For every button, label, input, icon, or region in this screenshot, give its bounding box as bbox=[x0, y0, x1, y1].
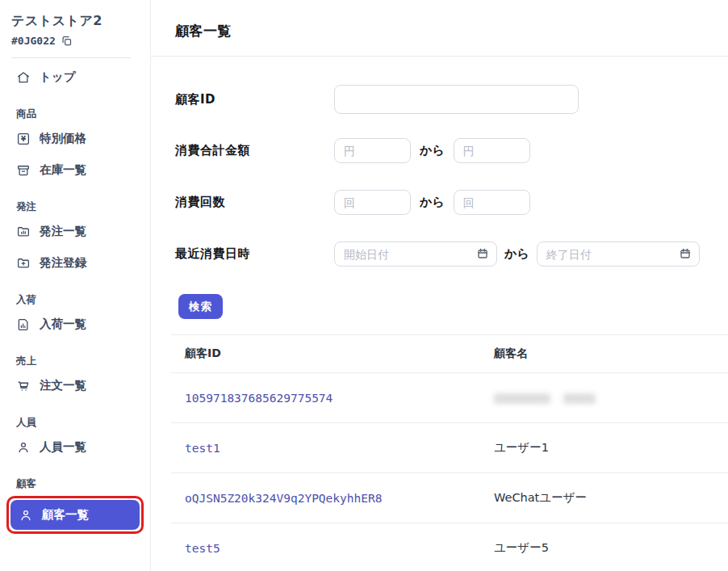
store-code: #0JG022 bbox=[11, 35, 56, 47]
main-content: 顧客一覧 顧客ID 消費合計金額 から 消費回数 から 最近消費日時 bbox=[151, 0, 728, 571]
redacted-name-blob bbox=[563, 393, 596, 404]
sidebar-item-arrival-list[interactable]: 入荷一覧 bbox=[11, 309, 139, 340]
search-button[interactable]: 検索 bbox=[178, 294, 223, 319]
store-code-row: #0JG022 bbox=[11, 35, 139, 47]
table-header-row: 顧客ID 顧客名 bbox=[171, 335, 728, 373]
customer-id-link[interactable]: test1 bbox=[185, 442, 220, 455]
purchase-count-from-input[interactable] bbox=[334, 190, 411, 215]
person-icon bbox=[19, 508, 33, 523]
customer-id-link[interactable]: 105971837685629775574 bbox=[185, 392, 333, 405]
sidebar-item-order-history[interactable]: 注文一覧 bbox=[11, 370, 139, 401]
redacted-name-blob bbox=[494, 393, 550, 404]
column-header-customer-id: 顧客ID bbox=[171, 346, 494, 361]
customer-id-label: 顧客ID bbox=[175, 92, 334, 107]
sidebar-section-staff: 人員 bbox=[11, 416, 139, 430]
sidebar-item-staff-list[interactable]: 人員一覧 bbox=[11, 431, 139, 463]
sidebar-section-sales: 売上 bbox=[11, 355, 139, 368]
document-chart-icon bbox=[16, 317, 31, 332]
table-row: test5 ユーザー5 bbox=[171, 523, 728, 571]
start-date-wrap bbox=[334, 241, 497, 267]
filter-row-recent-purchase: 最近消費日時 から bbox=[175, 241, 728, 267]
main-header: 顧客一覧 bbox=[151, 0, 728, 57]
copy-icon[interactable] bbox=[61, 35, 73, 47]
folder-chart-icon bbox=[16, 225, 31, 239]
customer-id-link[interactable]: test5 bbox=[185, 542, 220, 555]
annotation-highlight: 顧客一覧 bbox=[6, 496, 144, 534]
store-name: テストストア2 bbox=[11, 13, 139, 30]
table-row: test1 ユーザー1 bbox=[171, 423, 728, 473]
folder-plus-icon bbox=[16, 256, 31, 271]
table-row: oQJSN5Z20k324V9q2YPQekyhhER8 WeChatユーザー bbox=[171, 473, 728, 523]
customer-name-cell: ユーザー1 bbox=[494, 440, 728, 456]
total-spend-from-input[interactable] bbox=[334, 138, 411, 163]
store-header: テストストア2 #0JG022 bbox=[11, 13, 139, 47]
sidebar-item-label: 注文一覧 bbox=[40, 378, 86, 393]
filter-row-total-spend: 消費合計金額 から bbox=[175, 138, 728, 163]
column-header-customer-name: 顧客名 bbox=[494, 346, 728, 361]
sidebar-section-products: 商品 bbox=[11, 107, 139, 121]
sidebar-item-special-price[interactable]: ¥ 特別価格 bbox=[11, 123, 139, 154]
sidebar-section-arrival: 入荷 bbox=[11, 293, 139, 307]
sidebar-item-label: 発注一覧 bbox=[40, 224, 86, 239]
sidebar-item-order-register[interactable]: 発注登録 bbox=[11, 247, 139, 279]
customer-name-cell: WeChatユーザー bbox=[494, 490, 728, 506]
sidebar-item-label: 人員一覧 bbox=[40, 439, 86, 455]
svg-text:¥: ¥ bbox=[21, 135, 26, 143]
sidebar-item-label: 特別価格 bbox=[40, 131, 86, 146]
sidebar-item-label: トップ bbox=[40, 69, 76, 85]
sidebar-item-customer-list[interactable]: 顧客一覧 bbox=[10, 500, 140, 530]
sidebar-section-customers: 顧客 bbox=[11, 477, 139, 491]
end-date-input[interactable] bbox=[537, 241, 700, 267]
customer-name-cell: ユーザー5 bbox=[494, 540, 728, 556]
sidebar-item-label: 顧客一覧 bbox=[42, 507, 89, 523]
table-row: 105971837685629775574 bbox=[171, 373, 728, 423]
search-filters: 顧客ID 消費合計金額 から 消費回数 から 最近消費日時 から bbox=[151, 57, 728, 267]
archive-icon bbox=[16, 163, 31, 178]
start-date-input[interactable] bbox=[334, 241, 497, 267]
total-spend-to-input[interactable] bbox=[454, 138, 530, 163]
sidebar-item-label: 発注登録 bbox=[40, 255, 86, 271]
purchase-count-to-input[interactable] bbox=[454, 190, 530, 215]
yen-square-icon: ¥ bbox=[16, 132, 31, 146]
sidebar-item-inventory[interactable]: 在庫一覧 bbox=[11, 154, 139, 186]
total-spend-label: 消費合計金額 bbox=[175, 143, 334, 158]
sidebar-item-order-list[interactable]: 発注一覧 bbox=[11, 216, 139, 247]
recent-purchase-label: 最近消費日時 bbox=[175, 246, 334, 262]
sidebar-item-label: 在庫一覧 bbox=[40, 162, 86, 178]
end-date-wrap bbox=[537, 241, 700, 267]
range-separator: から bbox=[420, 143, 445, 158]
customer-id-link[interactable]: oQJSN5Z20k324V9q2YPQekyhhER8 bbox=[185, 492, 382, 505]
customer-id-input[interactable] bbox=[334, 85, 579, 114]
range-separator: から bbox=[420, 195, 445, 210]
sidebar-section-ordering: 発注 bbox=[11, 200, 139, 214]
filter-row-customer-id: 顧客ID bbox=[175, 85, 728, 114]
sidebar-item-label: 入荷一覧 bbox=[40, 317, 86, 332]
person-icon bbox=[16, 440, 31, 455]
customer-name-cell bbox=[494, 390, 728, 405]
sidebar-divider bbox=[11, 57, 131, 58]
sidebar-item-top[interactable]: トップ bbox=[11, 61, 139, 93]
filter-row-purchase-count: 消費回数 から bbox=[175, 190, 728, 215]
sidebar-nav: トップ 商品 ¥ 特別価格 在庫一覧 発注 bbox=[11, 61, 139, 534]
customer-table: 顧客ID 顧客名 105971837685629775574 test1 ユーザ… bbox=[171, 334, 728, 571]
range-separator: から bbox=[504, 246, 529, 262]
home-icon bbox=[16, 70, 31, 85]
page-title: 顧客一覧 bbox=[151, 0, 728, 40]
purchase-count-label: 消費回数 bbox=[175, 195, 334, 210]
sidebar: テストストア2 #0JG022 トップ 商品 ¥ bbox=[0, 0, 151, 571]
cart-icon bbox=[16, 379, 31, 393]
